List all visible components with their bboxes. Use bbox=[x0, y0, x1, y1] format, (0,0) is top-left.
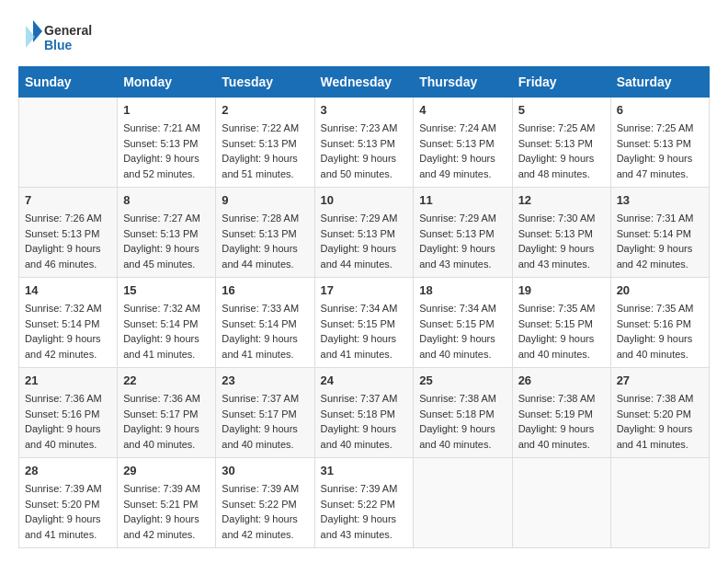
header-row: SundayMondayTuesdayWednesdayThursdayFrid… bbox=[19, 67, 710, 98]
sunrise-time: Sunrise: 7:39 AM bbox=[222, 483, 299, 494]
sunrise-time: Sunrise: 7:32 AM bbox=[123, 303, 200, 314]
calendar-cell: 25 Sunrise: 7:38 AM Sunset: 5:18 PM Dayl… bbox=[414, 368, 512, 458]
day-number: 14 bbox=[25, 283, 111, 297]
day-number: 13 bbox=[617, 193, 703, 207]
daylight-hours: Daylight: 9 hours and 40 minutes. bbox=[518, 333, 595, 360]
cell-info: Sunrise: 7:25 AM Sunset: 5:13 PM Dayligh… bbox=[518, 121, 605, 181]
day-number: 25 bbox=[419, 373, 506, 387]
header-cell-tuesday: Tuesday bbox=[216, 67, 314, 98]
daylight-hours: Daylight: 9 hours and 42 minutes. bbox=[25, 333, 101, 360]
cell-info: Sunrise: 7:35 AM Sunset: 5:16 PM Dayligh… bbox=[617, 301, 703, 362]
cell-info: Sunrise: 7:34 AM Sunset: 5:15 PM Dayligh… bbox=[419, 301, 506, 362]
sunset-time: Sunset: 5:13 PM bbox=[123, 138, 198, 149]
calendar-cell: 8 Sunrise: 7:27 AM Sunset: 5:13 PM Dayli… bbox=[118, 188, 216, 278]
cell-info: Sunrise: 7:22 AM Sunset: 5:13 PM Dayligh… bbox=[222, 121, 308, 181]
week-row-3: 21 Sunrise: 7:36 AM Sunset: 5:16 PM Dayl… bbox=[19, 368, 710, 458]
sunset-time: Sunset: 5:20 PM bbox=[25, 499, 99, 510]
daylight-hours: Daylight: 9 hours and 41 minutes. bbox=[617, 423, 693, 450]
svg-marker-2 bbox=[33, 20, 42, 42]
sunrise-time: Sunrise: 7:24 AM bbox=[419, 122, 496, 133]
daylight-hours: Daylight: 9 hours and 41 minutes. bbox=[321, 333, 397, 360]
daylight-hours: Daylight: 9 hours and 50 minutes. bbox=[321, 153, 397, 179]
sunset-time: Sunset: 5:13 PM bbox=[617, 138, 691, 149]
calendar-cell bbox=[610, 458, 709, 548]
sunrise-time: Sunrise: 7:21 AM bbox=[123, 122, 200, 133]
day-number: 11 bbox=[419, 193, 506, 207]
day-number: 26 bbox=[518, 373, 605, 387]
sunset-time: Sunset: 5:14 PM bbox=[123, 318, 198, 329]
sunset-time: Sunset: 5:14 PM bbox=[617, 228, 691, 239]
cell-info: Sunrise: 7:35 AM Sunset: 5:15 PM Dayligh… bbox=[518, 301, 605, 362]
header-cell-thursday: Thursday bbox=[414, 67, 512, 98]
calendar-cell: 12 Sunrise: 7:30 AM Sunset: 5:13 PM Dayl… bbox=[512, 188, 610, 278]
sunrise-time: Sunrise: 7:39 AM bbox=[123, 483, 200, 494]
day-number: 17 bbox=[321, 283, 408, 297]
cell-info: Sunrise: 7:32 AM Sunset: 5:14 PM Dayligh… bbox=[123, 301, 210, 362]
cell-info: Sunrise: 7:38 AM Sunset: 5:19 PM Dayligh… bbox=[518, 391, 605, 452]
sunset-time: Sunset: 5:21 PM bbox=[123, 499, 198, 510]
day-number: 10 bbox=[321, 193, 408, 207]
day-number: 28 bbox=[25, 464, 111, 477]
cell-info: Sunrise: 7:31 AM Sunset: 5:14 PM Dayligh… bbox=[617, 211, 703, 271]
sunrise-time: Sunrise: 7:39 AM bbox=[321, 483, 398, 494]
svg-text:General: General bbox=[44, 23, 92, 38]
sunrise-time: Sunrise: 7:25 AM bbox=[518, 122, 596, 133]
daylight-hours: Daylight: 9 hours and 43 minutes. bbox=[321, 513, 397, 540]
calendar-cell: 10 Sunrise: 7:29 AM Sunset: 5:13 PM Dayl… bbox=[314, 188, 414, 278]
calendar-cell bbox=[414, 458, 512, 548]
calendar-cell: 9 Sunrise: 7:28 AM Sunset: 5:13 PM Dayli… bbox=[216, 188, 314, 278]
sunrise-time: Sunrise: 7:35 AM bbox=[518, 303, 596, 314]
week-row-0: 1 Sunrise: 7:21 AM Sunset: 5:13 PM Dayli… bbox=[19, 98, 710, 188]
header-cell-wednesday: Wednesday bbox=[314, 67, 414, 98]
day-number: 6 bbox=[617, 103, 703, 117]
cell-info: Sunrise: 7:32 AM Sunset: 5:14 PM Dayligh… bbox=[25, 301, 111, 362]
daylight-hours: Daylight: 9 hours and 40 minutes. bbox=[518, 423, 595, 450]
calendar-table: SundayMondayTuesdayWednesdayThursdayFrid… bbox=[18, 66, 710, 548]
calendar-cell: 3 Sunrise: 7:23 AM Sunset: 5:13 PM Dayli… bbox=[314, 98, 414, 188]
daylight-hours: Daylight: 9 hours and 48 minutes. bbox=[518, 153, 595, 179]
sunrise-time: Sunrise: 7:32 AM bbox=[25, 303, 102, 314]
sunrise-time: Sunrise: 7:35 AM bbox=[617, 303, 694, 314]
logo: General Blue bbox=[18, 18, 101, 57]
day-number: 15 bbox=[123, 283, 210, 297]
daylight-hours: Daylight: 9 hours and 51 minutes. bbox=[222, 153, 298, 179]
sunrise-time: Sunrise: 7:33 AM bbox=[222, 303, 299, 314]
cell-info: Sunrise: 7:25 AM Sunset: 5:13 PM Dayligh… bbox=[617, 121, 703, 181]
cell-info: Sunrise: 7:28 AM Sunset: 5:13 PM Dayligh… bbox=[222, 211, 308, 271]
sunset-time: Sunset: 5:16 PM bbox=[617, 318, 691, 329]
sunrise-time: Sunrise: 7:30 AM bbox=[518, 213, 596, 224]
sunrise-time: Sunrise: 7:38 AM bbox=[518, 393, 596, 404]
cell-info: Sunrise: 7:29 AM Sunset: 5:13 PM Dayligh… bbox=[321, 211, 408, 271]
daylight-hours: Daylight: 9 hours and 44 minutes. bbox=[321, 243, 397, 270]
sunset-time: Sunset: 5:13 PM bbox=[222, 228, 296, 239]
cell-info: Sunrise: 7:37 AM Sunset: 5:18 PM Dayligh… bbox=[321, 391, 408, 452]
daylight-hours: Daylight: 9 hours and 42 minutes. bbox=[123, 513, 199, 540]
sunset-time: Sunset: 5:15 PM bbox=[419, 318, 494, 329]
cell-info: Sunrise: 7:38 AM Sunset: 5:18 PM Dayligh… bbox=[419, 391, 506, 452]
header: General Blue bbox=[18, 18, 710, 57]
sunset-time: Sunset: 5:13 PM bbox=[25, 228, 99, 239]
sunset-time: Sunset: 5:13 PM bbox=[321, 228, 395, 239]
day-number: 3 bbox=[321, 103, 408, 117]
daylight-hours: Daylight: 9 hours and 43 minutes. bbox=[419, 243, 495, 270]
daylight-hours: Daylight: 9 hours and 41 minutes. bbox=[25, 513, 101, 540]
cell-info: Sunrise: 7:37 AM Sunset: 5:17 PM Dayligh… bbox=[222, 391, 308, 452]
daylight-hours: Daylight: 9 hours and 43 minutes. bbox=[518, 243, 595, 270]
cell-info: Sunrise: 7:26 AM Sunset: 5:13 PM Dayligh… bbox=[25, 211, 111, 271]
sunset-time: Sunset: 5:15 PM bbox=[321, 318, 395, 329]
daylight-hours: Daylight: 9 hours and 40 minutes. bbox=[321, 423, 397, 450]
daylight-hours: Daylight: 9 hours and 41 minutes. bbox=[123, 333, 199, 360]
daylight-hours: Daylight: 9 hours and 52 minutes. bbox=[123, 153, 199, 179]
cell-info: Sunrise: 7:33 AM Sunset: 5:14 PM Dayligh… bbox=[222, 301, 308, 362]
sunset-time: Sunset: 5:20 PM bbox=[617, 408, 691, 419]
sunrise-time: Sunrise: 7:29 AM bbox=[321, 213, 398, 224]
day-number: 8 bbox=[123, 193, 210, 207]
calendar-cell: 5 Sunrise: 7:25 AM Sunset: 5:13 PM Dayli… bbox=[512, 98, 610, 188]
calendar-cell bbox=[512, 458, 610, 548]
sunrise-time: Sunrise: 7:26 AM bbox=[25, 213, 102, 224]
sunset-time: Sunset: 5:13 PM bbox=[222, 138, 296, 149]
calendar-cell: 6 Sunrise: 7:25 AM Sunset: 5:13 PM Dayli… bbox=[610, 98, 709, 188]
day-number: 20 bbox=[617, 283, 703, 297]
calendar-cell: 14 Sunrise: 7:32 AM Sunset: 5:14 PM Dayl… bbox=[19, 278, 118, 368]
sunrise-time: Sunrise: 7:36 AM bbox=[25, 393, 102, 404]
